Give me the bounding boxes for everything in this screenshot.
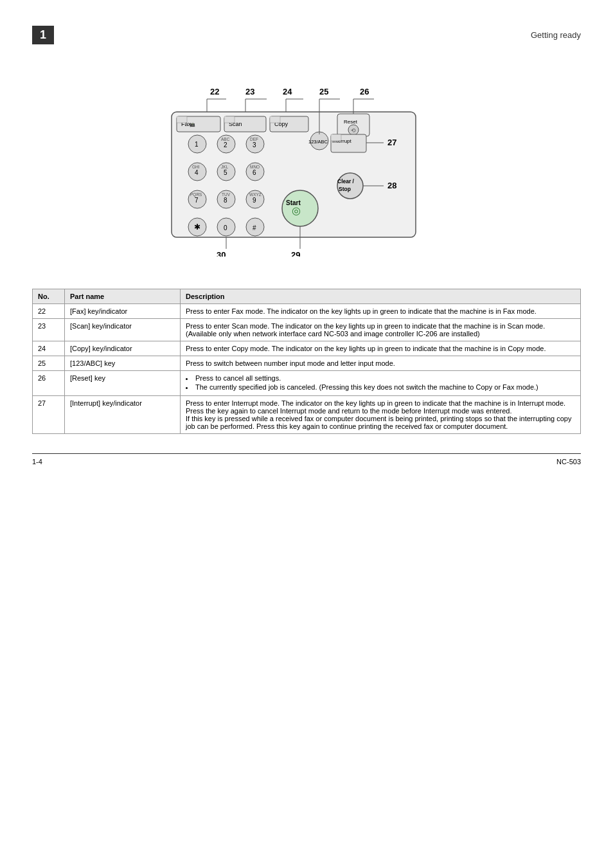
svg-text:3: 3 <box>253 141 256 149</box>
control-panel-diagram: Fax 📠 Scan Copy Reset ⟲ 123/ABC <box>107 57 506 257</box>
cell-desc: Press to enter Interrupt mode. The indic… <box>181 396 581 434</box>
chapter-number: 1 <box>32 26 54 44</box>
svg-rect-4 <box>177 116 187 123</box>
svg-text:7: 7 <box>195 197 199 204</box>
parts-table: No. Part name Description 22[Fax] key/in… <box>32 289 581 434</box>
cell-desc: Press to switch between number input mod… <box>181 356 581 371</box>
table-header-no: No. <box>33 289 65 304</box>
cell-no: 25 <box>33 356 65 371</box>
page: 1 Getting ready Fax 📠 Scan Copy <box>0 0 613 868</box>
footer-page-num: 1-4 <box>32 458 42 466</box>
svg-text:25: 25 <box>319 87 328 96</box>
cell-desc: Press to enter Fax mode. The indicator o… <box>181 304 581 319</box>
cell-name: [Scan] key/indicator <box>65 319 181 341</box>
svg-text:Reset: Reset <box>344 119 358 125</box>
svg-rect-19 <box>331 134 341 141</box>
svg-text:29: 29 <box>291 250 300 257</box>
cell-no: 26 <box>33 371 65 396</box>
table-row: 22[Fax] key/indicatorPress to enter Fax … <box>33 304 581 319</box>
diagram-area: Fax 📠 Scan Copy Reset ⟲ 123/ABC <box>32 57 581 269</box>
svg-text:8: 8 <box>224 197 227 204</box>
cell-name: [123/ABC] key <box>65 356 181 371</box>
cell-name: [Interrupt] key/indicator <box>65 396 181 434</box>
svg-text:123/ABC: 123/ABC <box>308 139 328 145</box>
svg-text:JKL: JKL <box>221 165 229 169</box>
cell-desc: Press to enter Copy mode. The indicator … <box>181 341 581 356</box>
cell-name: [Reset] key <box>65 371 181 396</box>
svg-text:1: 1 <box>195 141 199 148</box>
svg-text:22: 22 <box>210 87 219 96</box>
svg-text:Clear /: Clear / <box>337 178 355 185</box>
table-header-name: Part name <box>65 289 181 304</box>
bullet-item: Press to cancel all settings. <box>186 374 575 382</box>
svg-text:GHI: GHI <box>192 165 200 169</box>
cell-desc: Press to cancel all settings.The current… <box>181 371 581 396</box>
table-header-desc: Description <box>181 289 581 304</box>
svg-text:📠: 📠 <box>190 122 195 127</box>
svg-text:◎: ◎ <box>292 205 301 216</box>
svg-text:ABC: ABC <box>221 137 230 141</box>
svg-text:2: 2 <box>224 141 227 149</box>
svg-text:WXYZ: WXYZ <box>249 192 262 197</box>
page-header: 1 Getting ready <box>32 26 581 44</box>
cell-no: 24 <box>33 341 65 356</box>
cell-no: 23 <box>33 319 65 341</box>
svg-text:Stop: Stop <box>339 186 351 192</box>
svg-text:0: 0 <box>224 224 227 231</box>
svg-text:4: 4 <box>195 169 199 176</box>
svg-text:6: 6 <box>253 169 256 176</box>
svg-text:#: # <box>253 224 256 231</box>
svg-text:⟲: ⟲ <box>351 127 356 134</box>
svg-text:TUV: TUV <box>222 192 231 197</box>
footer-product: NC-503 <box>556 458 581 466</box>
svg-text:DEF: DEF <box>250 137 258 141</box>
svg-text:30: 30 <box>217 250 226 257</box>
svg-text:9: 9 <box>253 197 256 204</box>
table-row: 25[123/ABC] keyPress to switch between n… <box>33 356 581 371</box>
diagram-svg-container: Fax 📠 Scan Copy Reset ⟲ 123/ABC <box>32 57 581 269</box>
svg-text:5: 5 <box>224 169 227 176</box>
chapter-title: Getting ready <box>531 30 581 40</box>
svg-rect-10 <box>270 116 280 123</box>
table-row: 23[Scan] key/indicatorPress to enter Sca… <box>33 319 581 341</box>
svg-text:23: 23 <box>245 87 254 96</box>
svg-text:26: 26 <box>360 87 369 96</box>
cell-no: 22 <box>33 304 65 319</box>
table-row: 27[Interrupt] key/indicatorPress to ente… <box>33 396 581 434</box>
cell-name: [Fax] key/indicator <box>65 304 181 319</box>
bullet-item: The currently specified job is canceled.… <box>186 383 575 391</box>
svg-text:27: 27 <box>387 138 396 147</box>
cell-name: [Copy] key/indicator <box>65 341 181 356</box>
cell-desc: Press to enter Scan mode. The indicator … <box>181 319 581 341</box>
cell-no: 27 <box>33 396 65 434</box>
svg-text:MNO: MNO <box>250 165 260 169</box>
page-footer: 1-4 NC-503 <box>32 453 581 466</box>
table-row: 26[Reset] keyPress to cancel all setting… <box>33 371 581 396</box>
svg-text:24: 24 <box>283 87 292 96</box>
svg-rect-7 <box>224 116 235 123</box>
svg-text:28: 28 <box>387 181 396 190</box>
table-row: 24[Copy] key/indicatorPress to enter Cop… <box>33 341 581 356</box>
svg-text:✱: ✱ <box>194 222 200 231</box>
